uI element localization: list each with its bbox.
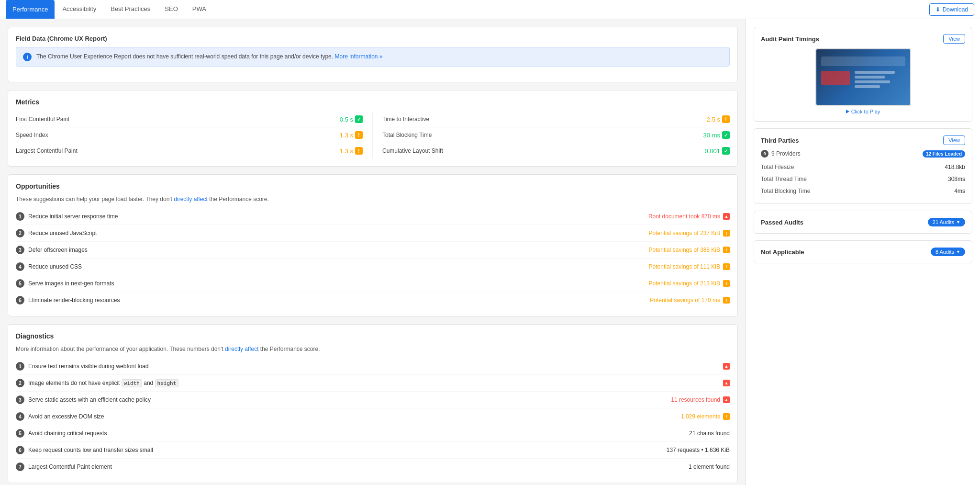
files-loaded-badge: 12 Files Loaded [923, 150, 965, 158]
metric-si-label: Speed Index [16, 132, 48, 138]
tab-pwa[interactable]: PWA [186, 0, 213, 19]
diag-item-3[interactable]: 3 Serve static assets with an efficient … [16, 392, 730, 408]
third-parties-view-btn[interactable]: View [943, 135, 965, 145]
diag-badge-3: ▲ [723, 396, 730, 403]
not-applicable-title: Not Applicable [761, 248, 804, 256]
opp-badge-6: ! [723, 297, 730, 304]
metric-cls-value: 0.001 ✓ [704, 147, 730, 155]
opp-item-4[interactable]: 4 Reduce unused CSS Potential savings of… [16, 259, 730, 275]
tab-accessibility[interactable]: Accessibility [56, 0, 103, 19]
play-icon [846, 110, 849, 113]
metric-si-value: 1.3 s ! [340, 131, 363, 139]
download-button[interactable]: ⬇ Download [929, 3, 974, 16]
click-to-play-label: Click to Play [851, 109, 880, 114]
passed-audits-header: Passed Audits 21 Audits ▼ [761, 218, 965, 226]
thumbnail-content [816, 49, 910, 105]
opp-badge-2: ! [723, 230, 730, 237]
diag-badge-4: ! [723, 413, 730, 420]
not-applicable-section: Not Applicable 8 Audits ▼ [754, 240, 972, 263]
metric-lcp-badge: ! [355, 147, 363, 155]
opportunities-link[interactable]: directly affect [174, 196, 207, 203]
info-text: The Chrome User Experience Report does n… [36, 52, 383, 61]
opp-item-1[interactable]: 1 Reduce initial server response time Ro… [16, 208, 730, 225]
download-label: Download [943, 6, 968, 13]
thumb-bar [821, 56, 905, 66]
opp-item-5[interactable]: 5 Serve images in next-gen formats Poten… [16, 275, 730, 292]
tp-row-blocking-time: Total Blocking Time 4ms [761, 185, 965, 197]
metric-si-badge: ! [355, 131, 363, 139]
info-banner: i The Chrome User Experience Report does… [16, 47, 730, 67]
tp-row-filesize: Total Filesize 418.8kb [761, 161, 965, 173]
header: Performance Accessibility Best Practices… [0, 0, 980, 19]
opp-badge-1: ▲ [723, 213, 730, 220]
field-data-title: Field Data (Chrome UX Report) [16, 35, 730, 42]
not-applicable-chevron: ▼ [956, 249, 960, 254]
metric-tti: Time to Interactive 2.5 s ! [382, 112, 730, 127]
field-data-section: Field Data (Chrome UX Report) i The Chro… [8, 27, 738, 82]
diag-badge-2: ▲ [723, 380, 730, 386]
tab-performance-label: Performance [12, 6, 48, 13]
opp-item-2[interactable]: 2 Reduce unused JavaScript Potential sav… [16, 225, 730, 242]
tab-performance[interactable]: Performance [6, 0, 55, 19]
opp-badge-3: ! [723, 247, 730, 253]
diagnostics-title: Diagnostics [16, 332, 730, 340]
thumb-text-lines [855, 71, 905, 88]
metric-tti-label: Time to Interactive [382, 116, 429, 123]
tab-seo[interactable]: SEO [158, 0, 184, 19]
diagnostics-section: Diagnostics More information about the p… [8, 324, 738, 483]
metric-lcp-value: 1.3 s ! [340, 147, 363, 155]
more-info-link[interactable]: More information » [334, 53, 382, 60]
metric-fcp: First Contentful Paint 0.5 s ✓ [16, 112, 363, 127]
metrics-grid: First Contentful Paint 0.5 s ✓ Speed Ind… [16, 112, 730, 158]
tab-best-practices-label: Best Practices [111, 5, 150, 12]
metric-lcp-label: Largest Contentful Paint [16, 147, 78, 154]
tp-row-thread-time: Total Thread Time 308ms [761, 173, 965, 185]
opp-item-6[interactable]: 6 Eliminate render-blocking resources Po… [16, 292, 730, 308]
right-panel: Audit Paint Timings View [746, 19, 980, 485]
metrics-title: Metrics [16, 98, 730, 106]
thumbnail-container: Click to Play [761, 48, 965, 114]
metric-tti-value: 2.5 s ! [707, 115, 730, 123]
metric-lcp: Largest Contentful Paint 1.3 s ! [16, 143, 363, 158]
opp-badge-5: ! [723, 280, 730, 287]
metrics-section: Metrics First Contentful Paint 0.5 s ✓ S… [8, 90, 738, 167]
diag-badge-1: ▲ [723, 363, 730, 370]
click-to-play-btn[interactable]: Click to Play [846, 109, 880, 114]
metric-fcp-label: First Contentful Paint [16, 116, 69, 123]
metric-tbt-value: 30 ms ✓ [703, 131, 730, 139]
metric-fcp-badge: ✓ [355, 115, 363, 123]
third-parties-section: Third Parties View 9 9 Providers 12 File… [754, 128, 972, 204]
metrics-col-left: First Contentful Paint 0.5 s ✓ Speed Ind… [16, 112, 373, 158]
third-parties-title: Third Parties [761, 137, 799, 144]
metric-tbt: Total Blocking Time 30 ms ✓ [382, 127, 730, 143]
diag-item-7[interactable]: 7 Largest Contentful Paint element 1 ele… [16, 459, 730, 475]
audit-paint-timings-view-btn[interactable]: View [943, 34, 965, 44]
diag-item-2[interactable]: 2 Image elements do not have explicit wi… [16, 375, 730, 392]
opp-item-3[interactable]: 3 Defer offscreen images Potential savin… [16, 242, 730, 259]
metric-tti-badge: ! [722, 115, 730, 123]
main-layout: Field Data (Chrome UX Report) i The Chro… [0, 19, 980, 485]
diag-item-6[interactable]: 6 Keep request counts low and transfer s… [16, 442, 730, 459]
audit-paint-timings-title: Audit Paint Timings [761, 35, 819, 43]
metrics-col-right: Time to Interactive 2.5 s ! Total Blocki… [373, 112, 730, 158]
passed-audits-chevron: ▼ [956, 220, 960, 225]
diag-item-5[interactable]: 5 Avoid chaining critical requests 21 ch… [16, 425, 730, 442]
not-applicable-toggle[interactable]: 8 Audits ▼ [931, 248, 965, 256]
diagnostics-desc: More information about the performance o… [16, 346, 730, 352]
left-panel: Field Data (Chrome UX Report) i The Chro… [0, 19, 746, 485]
passed-audits-toggle[interactable]: 21 Audits ▼ [928, 218, 965, 226]
diag-label-2: Image elements do not have explicit widt… [28, 380, 178, 386]
tab-best-practices[interactable]: Best Practices [104, 0, 157, 19]
diag-item-1[interactable]: 1 Ensure text remains visible during web… [16, 358, 730, 375]
metric-fcp-value: 0.5 s ✓ [340, 115, 363, 123]
diag-item-4[interactable]: 4 Avoid an excessive DOM size 1,029 elem… [16, 408, 730, 425]
info-icon: i [23, 53, 32, 61]
opp-badge-4: ! [723, 263, 730, 270]
tab-accessibility-label: Accessibility [62, 5, 96, 12]
banner-text: The Chrome User Experience Report does n… [36, 53, 333, 60]
thumb-red-block [821, 71, 850, 85]
diagnostics-link[interactable]: directly affect [225, 346, 258, 352]
metric-si: Speed Index 1.3 s ! [16, 127, 363, 143]
tab-seo-label: SEO [165, 5, 178, 12]
providers-label: 9 9 Providers [761, 150, 801, 158]
